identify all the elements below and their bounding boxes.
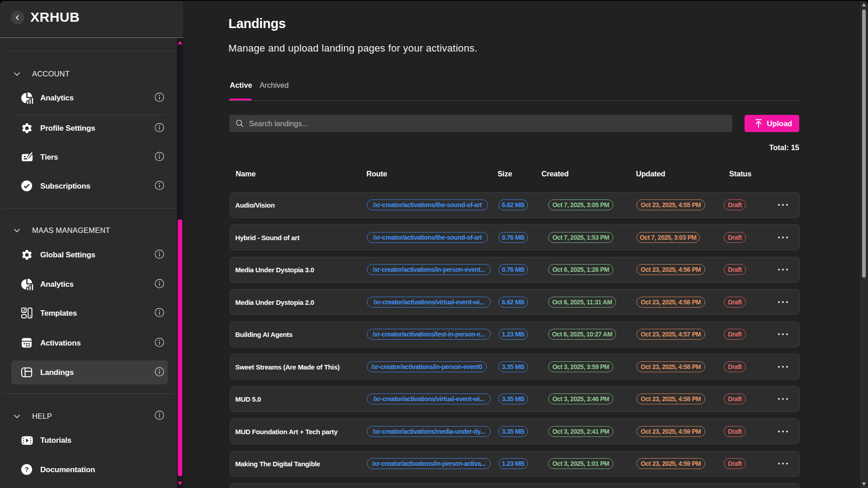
svg-text:?: ? xyxy=(24,465,28,473)
